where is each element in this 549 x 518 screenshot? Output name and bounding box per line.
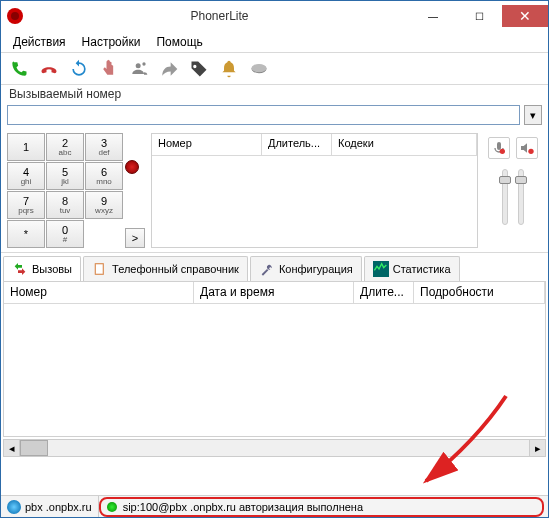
wave-icon [373, 261, 389, 277]
dialpad-8[interactable]: 8tuv [46, 191, 84, 219]
col-number[interactable]: Номер [152, 134, 262, 155]
redial-button[interactable]: > [125, 228, 145, 248]
menu-settings[interactable]: Настройки [74, 33, 149, 51]
horizontal-scrollbar[interactable]: ◂ ▸ [3, 439, 546, 457]
scroll-right-button[interactable]: ▸ [529, 440, 545, 456]
dialed-number-input[interactable] [7, 105, 520, 125]
scroll-left-button[interactable]: ◂ [4, 440, 20, 456]
scroll-thumb[interactable] [20, 440, 48, 456]
dialpad-1[interactable]: 1 [7, 133, 45, 161]
dialpad-7[interactable]: 7pqrs [7, 191, 45, 219]
dialed-number-label: Вызываемый номер [1, 85, 548, 103]
book-icon [92, 261, 108, 277]
online-indicator-icon [107, 502, 117, 512]
maximize-button[interactable]: ☐ [456, 5, 502, 27]
status-message-box: sip:100@pbx .onpbx.ru авторизация выполн… [99, 497, 544, 517]
mic-volume-slider[interactable] [502, 169, 508, 225]
window-title: PhonerLite [29, 9, 410, 23]
status-server: pbx .onpbx.ru [25, 501, 92, 513]
titlebar: PhonerLite — ☐ ✕ [1, 1, 548, 31]
svg-rect-2 [497, 142, 501, 150]
disc-button[interactable] [245, 56, 273, 82]
toolbar [1, 53, 548, 85]
col-duration[interactable]: Длитель... [262, 134, 332, 155]
tabstrip: Вызовы Телефонный справочник Конфигураци… [1, 253, 548, 281]
svg-point-1 [252, 64, 267, 72]
grid-col-details[interactable]: Подробности [414, 282, 545, 303]
grid-col-number[interactable]: Номер [4, 282, 194, 303]
grid-col-datetime[interactable]: Дата и время [194, 282, 354, 303]
tag-button[interactable] [185, 56, 213, 82]
globe-icon [7, 500, 21, 514]
arrows-icon [12, 261, 28, 277]
tab-phonebook[interactable]: Телефонный справочник [83, 256, 248, 281]
svg-point-3 [500, 149, 505, 154]
dialpad-6[interactable]: 6mno [85, 162, 123, 190]
volume-panel [484, 133, 542, 248]
svg-point-4 [528, 149, 533, 154]
dialpad-5[interactable]: 5jkl [46, 162, 84, 190]
contacts-button[interactable] [125, 56, 153, 82]
tab-calls[interactable]: Вызовы [3, 256, 81, 281]
col-codecs[interactable]: Кодеки [332, 134, 477, 155]
close-button[interactable]: ✕ [502, 5, 548, 27]
dialpad: 1 2abc 3def 4ghi 5jkl 6mno 7pqrs 8tuv 9w… [7, 133, 123, 248]
refresh-button[interactable] [65, 56, 93, 82]
forward-button[interactable] [155, 56, 183, 82]
mic-mute-button[interactable] [488, 137, 510, 159]
speaker-mute-button[interactable] [516, 137, 538, 159]
number-dropdown-button[interactable]: ▾ [524, 105, 542, 125]
svg-rect-6 [96, 264, 103, 273]
call-history-grid: Номер Дата и время Длите... Подробности [3, 281, 546, 437]
app-icon [7, 8, 23, 24]
status-message-text: sip:100@pbx .onpbx.ru авторизация выполн… [123, 501, 363, 513]
bell-button[interactable] [215, 56, 243, 82]
dialpad-4[interactable]: 4ghi [7, 162, 45, 190]
dialpad-2[interactable]: 2abc [46, 133, 84, 161]
hangup-button[interactable] [35, 56, 63, 82]
dialpad-9[interactable]: 9wxyz [85, 191, 123, 219]
call-button[interactable] [5, 56, 33, 82]
speaker-volume-slider[interactable] [518, 169, 524, 225]
hand-button[interactable] [95, 56, 123, 82]
dialpad-3[interactable]: 3def [85, 133, 123, 161]
minimize-button[interactable]: — [410, 5, 456, 27]
tab-statistics[interactable]: Статистика [364, 256, 460, 281]
status-bar: pbx .onpbx.ru sip:100@pbx .onpbx.ru авто… [1, 495, 548, 517]
menubar: Действия Настройки Помощь [1, 31, 548, 53]
grid-col-duration[interactable]: Длите... [354, 282, 414, 303]
dialpad-0[interactable]: 0# [46, 220, 84, 248]
tab-configuration[interactable]: Конфигурация [250, 256, 362, 281]
record-indicator [125, 160, 139, 174]
menu-actions[interactable]: Действия [5, 33, 74, 51]
dialpad-star[interactable]: * [7, 220, 45, 248]
tools-icon [259, 261, 275, 277]
active-calls-list: Номер Длитель... Кодеки [151, 133, 478, 248]
menu-help[interactable]: Помощь [148, 33, 210, 51]
